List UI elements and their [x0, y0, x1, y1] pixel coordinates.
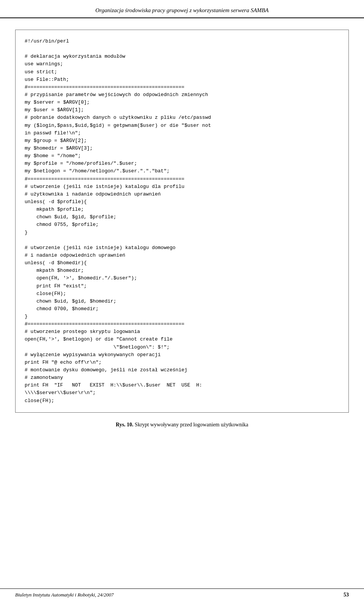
figure-description: Skrypt wywoływany przed logowaniem użytk…	[135, 422, 248, 427]
figure-caption: Rys. 10. Skrypt wywoływany przed logowan…	[15, 422, 349, 428]
main-content: #!/usr/bin/perl # deklaracja wykorzystan…	[0, 18, 364, 447]
footer-journal: Biuletyn Instytutu Automatyki i Robotyki…	[15, 592, 114, 598]
footer-page-number: 53	[344, 592, 349, 598]
page-header: Organizacja środowiska pracy grupowej z …	[0, 0, 364, 18]
header-title: Organizacja środowiska pracy grupowej z …	[96, 7, 269, 13]
figure-label: Rys. 10.	[116, 422, 133, 427]
page-footer: Biuletyn Instytutu Automatyki i Robotyki…	[0, 588, 364, 601]
code-content: #!/usr/bin/perl # deklaracja wykorzystan…	[25, 38, 339, 405]
code-box: #!/usr/bin/perl # deklaracja wykorzystan…	[15, 30, 349, 413]
